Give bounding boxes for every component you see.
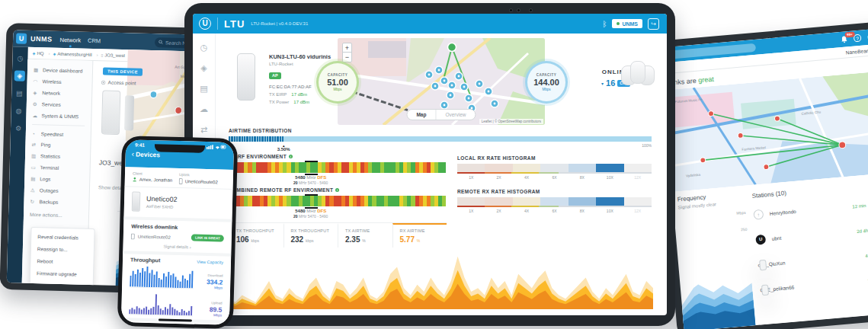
notifications-button[interactable]: 99+ [841, 35, 848, 43]
airtime-title: AIRTIME DISTRIBUTION [229, 128, 652, 133]
zoom-out-button[interactable]: − [343, 53, 351, 62]
info-icon[interactable]: i [335, 188, 339, 192]
cpe-device-photo [621, 59, 656, 90]
station-name: cpe_QiuXun [757, 255, 844, 268]
unms-brand: UNMS [30, 35, 53, 43]
rail-icon[interactable]: ☁ [200, 104, 208, 114]
stat-tab[interactable]: TX THROUGHPUT 106 kbps [229, 223, 283, 248]
station-uptime: 12 min [840, 203, 866, 209]
info-icon[interactable]: i [289, 155, 293, 158]
links-map[interactable]: Park Futurum Music Fe Catholic Chu Farme… [663, 70, 868, 192]
notification-badge: 99+ [844, 31, 854, 37]
station-avatar [761, 284, 769, 295]
sidebar-item-icon: ▥ [31, 152, 37, 158]
sidebar-item[interactable]: ☁System & UNMS [26, 110, 91, 123]
upload-unit: Mbps [197, 313, 222, 318]
client-uplink-row: Client Amex, Jonathan Uplink UneticoRout… [125, 167, 234, 190]
download-label: Download [198, 273, 223, 278]
rate-tick-label: 1X [457, 175, 485, 180]
stations-panel: Stations (10) ↑ Henryltondo 12 min -41 d… [748, 174, 868, 324]
local-capacity-gauge: CAPACITY 51.00 Mbps [316, 61, 359, 104]
uplink-label: Uplink [179, 172, 226, 178]
rate-tick-label: 10X [596, 209, 623, 213]
tab-network[interactable]: Network [59, 36, 81, 43]
rail-icon[interactable]: ◷ [14, 53, 25, 63]
map-attribution[interactable]: Leaflet | © OpenStreetMap contributors [479, 119, 543, 124]
rate-tick-label: 4X [513, 209, 540, 213]
rate-tick-label: 6X [540, 175, 568, 180]
zoom-in-button[interactable]: + [343, 43, 351, 53]
rail-icon[interactable]: ◍ [13, 105, 24, 116]
sidebar-tools-menu: ◔Speedtest⇄Ping▥Statistics▭Terminal▤Logs… [24, 128, 91, 209]
stat-value: 2.35 % [345, 235, 392, 244]
download-unit: Mbps [198, 286, 223, 290]
rail-icon[interactable]: ◈ [14, 70, 25, 81]
stat-tab[interactable]: TX AIRTIME 2.35 % [338, 223, 392, 248]
sidebar-item-icon: ⇄ [31, 141, 37, 147]
view-capacity-link[interactable]: View Capacity [197, 259, 223, 264]
device-icon [179, 178, 183, 184]
ap-badge: AP [269, 72, 281, 79]
nav-title[interactable]: Devices [136, 151, 160, 159]
station-uptime: 4d [844, 253, 868, 260]
wifi-icon [216, 146, 219, 149]
sidebar-item-label: Wireless [43, 78, 62, 85]
tab-crm[interactable]: CRM [88, 37, 101, 43]
device-row[interactable]: Unetico02 AirFiber 5XHD [123, 187, 232, 222]
remote-rf-environment: COMBINED REMOTE RF ENVIRONMENTi 5480 MHz… [229, 187, 446, 206]
breadcrumb-item-label: AthanessburgHill [57, 51, 92, 56]
back-chevron-icon[interactable]: ‹ [132, 151, 135, 157]
tab-map[interactable]: Map [407, 110, 436, 120]
status-time: 9:41 [135, 142, 145, 147]
rail-icon[interactable]: ◈ [200, 63, 207, 73]
rail-icon[interactable]: ⚙ [13, 123, 24, 133]
person-icon [133, 177, 137, 181]
phone-screen: 9:41 ‹ Devices Client [121, 139, 234, 325]
stat-value: 232 kbps [291, 235, 338, 244]
menu-item[interactable]: Open Web UI [30, 279, 92, 289]
logout-icon[interactable]: ↪ [648, 18, 659, 30]
breadcrumb-item-label: HQ [37, 51, 43, 56]
station-name: ubnt [771, 230, 842, 241]
channel-bracket [305, 161, 318, 175]
rate-categories: 1X2X4X6X8X10X12X [457, 209, 652, 213]
status-icons [207, 144, 226, 150]
rate-tick-label: 4X [513, 175, 540, 180]
rate-tick-label: 2X [485, 209, 512, 213]
camera-dot [517, 8, 520, 12]
rail-icon[interactable]: ▤ [200, 84, 207, 94]
rail-icon[interactable]: ◷ [200, 43, 208, 53]
bluetooth-icon[interactable]: ᛒ [602, 20, 607, 28]
sidebar-item-icon: ▭ [31, 164, 37, 170]
sidebar-item-icon: ↻ [30, 198, 36, 204]
stat-tab[interactable]: RX AIRTIME 5.77 % [392, 223, 447, 248]
sidebar-item-label: Services [42, 101, 61, 107]
station-uptime: 7d [847, 278, 868, 285]
sidebar-item-label: Device dashboard [43, 67, 83, 73]
airtime-distribution: AIRTIME DISTRIBUTION ▴3.50% 0%100% [229, 128, 652, 148]
breadcrumb-item-label: JO3_west [104, 53, 125, 58]
sidebar-main-menu: ▦Device dashboard◠Wireless◈Network⚙Servi… [26, 64, 92, 123]
upload-chart-row: Upload 89.5 Mbps [121, 290, 230, 321]
stat-unit: kbps [251, 238, 259, 243]
rail-icon[interactable]: ⇄ [200, 125, 207, 135]
access-point-icon [101, 80, 106, 85]
unms-logo-icon: U [16, 33, 27, 43]
more-actions-button[interactable]: More actions... [24, 207, 88, 220]
stat-tab[interactable]: RX THROUGHPUT 232 kbps [283, 223, 338, 248]
stat-value: 106 kbps [236, 235, 283, 244]
client-label: Client [133, 171, 179, 177]
rail-icon[interactable]: ▤ [14, 88, 24, 98]
rate-tick-label: 10X [596, 175, 623, 180]
breadcrumb-item[interactable]: ◈AthanessburgHill [53, 51, 101, 57]
download-bar-chart [130, 264, 194, 289]
breadcrumb-item[interactable]: ◈HQ [33, 50, 53, 56]
remote-rx-histogram-bar [457, 197, 652, 206]
tab-overview[interactable]: Overview [436, 110, 475, 120]
station-name: Henryltondo [769, 205, 840, 216]
rate-tick-label: 6X [540, 209, 568, 213]
upload-bar-chart [129, 292, 194, 316]
coverage-map[interactable]: + − Map Overview Leaflet | © OpenStreetM… [338, 38, 545, 125]
unms-connect-button[interactable]: UNMS [612, 19, 642, 28]
chevron-down-icon: ▾ [601, 81, 604, 86]
